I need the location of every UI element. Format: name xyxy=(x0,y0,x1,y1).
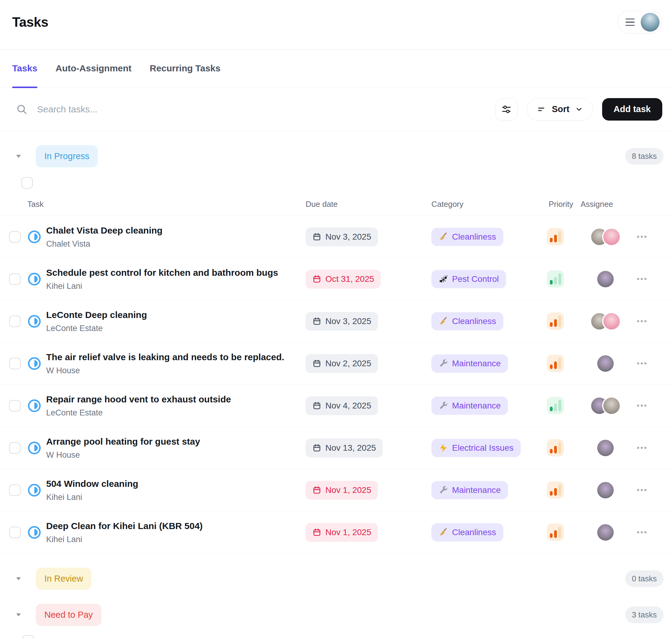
due-date-pill[interactable]: Oct 31, 2025 xyxy=(306,270,381,289)
priority-indicator[interactable] xyxy=(547,481,564,499)
due-date-pill[interactable]: Nov 4, 2025 xyxy=(306,396,378,415)
task-checkbox[interactable] xyxy=(9,527,21,538)
category-pill[interactable]: Maintenance xyxy=(431,396,508,415)
in-progress-status-icon[interactable] xyxy=(27,526,41,540)
category-pill[interactable]: Cleanliness xyxy=(431,228,503,246)
search-input[interactable] xyxy=(37,104,486,114)
in-progress-status-icon[interactable] xyxy=(27,314,41,328)
sort-lines-icon xyxy=(537,105,547,114)
priority-indicator[interactable] xyxy=(547,312,564,330)
zap-icon xyxy=(439,443,448,453)
tab-recurring-tasks[interactable]: Recurring Tasks xyxy=(150,50,220,88)
task-title[interactable]: 504 Window cleaning xyxy=(46,478,306,489)
topbar: Tasks xyxy=(0,0,672,49)
assignee-avatar[interactable] xyxy=(596,270,615,289)
row-menu-button[interactable] xyxy=(632,359,652,368)
due-date-pill[interactable]: Nov 1, 2025 xyxy=(306,481,378,500)
task-property: Kihei Lani xyxy=(46,535,306,544)
in-progress-status-icon[interactable] xyxy=(27,357,41,371)
in-progress-status-icon[interactable] xyxy=(27,399,41,413)
row-menu-button[interactable] xyxy=(632,275,652,283)
user-avatar[interactable] xyxy=(641,13,659,32)
in-progress-status-icon[interactable] xyxy=(27,441,41,455)
priority-indicator[interactable] xyxy=(547,397,564,414)
toolbar: Sort Add task xyxy=(0,88,672,131)
due-date-pill[interactable]: Nov 3, 2025 xyxy=(306,312,378,331)
select-all-checkbox[interactable] xyxy=(22,635,34,639)
category-pill[interactable]: Maintenance xyxy=(431,481,508,499)
category-label: Maintenance xyxy=(452,401,501,410)
tab-tasks[interactable]: Tasks xyxy=(12,50,37,88)
wrench-icon xyxy=(439,359,448,368)
assignee-avatar[interactable] xyxy=(596,354,615,373)
task-title[interactable]: Arrange pool heating for guest stay xyxy=(46,436,306,447)
due-date-label: Nov 13, 2025 xyxy=(325,443,376,453)
row-menu-button[interactable] xyxy=(632,317,652,325)
row-menu-button[interactable] xyxy=(632,528,652,536)
task-checkbox[interactable] xyxy=(9,273,21,285)
category-pill[interactable]: Maintenance xyxy=(431,355,508,373)
hamburger-icon[interactable] xyxy=(626,18,635,26)
collapse-caret-icon[interactable] xyxy=(15,575,22,582)
tab-auto-assignment[interactable]: Auto-Assignment xyxy=(56,50,132,88)
in-progress-status-icon[interactable] xyxy=(27,230,41,244)
category-pill[interactable]: Pest Control xyxy=(431,270,506,288)
category-label: Pest Control xyxy=(452,274,499,284)
category-pill[interactable]: Electrical Issues xyxy=(431,439,521,457)
assignee-avatars xyxy=(579,270,632,289)
status-badge[interactable]: In Progress xyxy=(36,145,98,167)
assignee-avatar[interactable] xyxy=(596,523,615,542)
add-task-button[interactable]: Add task xyxy=(602,98,662,121)
status-badge[interactable]: In Review xyxy=(36,567,91,590)
in-progress-status-icon[interactable] xyxy=(27,272,41,286)
due-date-pill[interactable]: Nov 3, 2025 xyxy=(306,228,378,246)
task-title[interactable]: Deep Clean for Kihei Lani (KBR 504) xyxy=(46,520,306,532)
priority-indicator[interactable] xyxy=(547,524,564,541)
priority-indicator[interactable] xyxy=(547,228,564,245)
assignee-avatar[interactable] xyxy=(602,396,621,415)
row-menu-button[interactable] xyxy=(632,444,652,452)
assignee-avatar[interactable] xyxy=(596,481,615,500)
due-date-pill[interactable]: Nov 13, 2025 xyxy=(306,439,383,457)
task-property: LeConte Estate xyxy=(46,408,306,418)
task-title[interactable]: The air relief valve is leaking and need… xyxy=(46,352,306,363)
collapse-caret-icon[interactable] xyxy=(15,611,22,619)
task-checkbox[interactable] xyxy=(9,358,21,369)
calendar-icon xyxy=(312,401,321,410)
assignee-avatar[interactable] xyxy=(602,312,621,331)
category-pill[interactable]: Cleanliness xyxy=(431,523,503,542)
priority-indicator[interactable] xyxy=(547,355,564,372)
priority-indicator[interactable] xyxy=(547,270,564,287)
task-row: 504 Window cleaning Kihei Lani Nov 1, 20… xyxy=(0,469,672,512)
user-menu[interactable] xyxy=(617,11,662,33)
task-checkbox[interactable] xyxy=(9,484,21,496)
task-checkbox[interactable] xyxy=(9,400,21,411)
collapse-caret-icon[interactable] xyxy=(15,152,22,160)
tasks-app: Tasks Tasks Auto-Assignment Recurring Ta… xyxy=(0,0,672,639)
tabbar: Tasks Auto-Assignment Recurring Tasks xyxy=(0,50,672,88)
filter-button[interactable] xyxy=(495,98,518,121)
task-title[interactable]: Chalet Vista Deep cleaning xyxy=(46,225,306,236)
row-menu-button[interactable] xyxy=(632,233,652,241)
select-all-checkbox[interactable] xyxy=(21,177,33,189)
task-checkbox[interactable] xyxy=(9,231,21,243)
row-menu-button[interactable] xyxy=(632,486,652,494)
category-label: Maintenance xyxy=(452,359,501,369)
task-title[interactable]: Schedule pest control for kitchen and ba… xyxy=(46,267,306,279)
category-pill[interactable]: Cleanliness xyxy=(431,312,503,330)
due-date-label: Nov 1, 2025 xyxy=(325,485,371,495)
task-checkbox[interactable] xyxy=(9,442,21,454)
assignee-avatar[interactable] xyxy=(602,228,621,246)
due-date-pill[interactable]: Nov 1, 2025 xyxy=(306,523,378,542)
ant-icon xyxy=(439,274,448,284)
status-badge[interactable]: Need to Pay xyxy=(36,604,102,626)
task-checkbox[interactable] xyxy=(9,315,21,327)
task-title[interactable]: LeConte Deep cleaning xyxy=(46,309,306,321)
in-progress-status-icon[interactable] xyxy=(27,483,41,497)
priority-indicator[interactable] xyxy=(547,439,564,456)
assignee-avatar[interactable] xyxy=(596,439,615,457)
task-title[interactable]: Repair range hood vent to exhaust outsid… xyxy=(46,394,306,405)
due-date-pill[interactable]: Nov 2, 2025 xyxy=(306,354,378,373)
row-menu-button[interactable] xyxy=(632,402,652,410)
sort-button[interactable]: Sort xyxy=(527,98,593,121)
